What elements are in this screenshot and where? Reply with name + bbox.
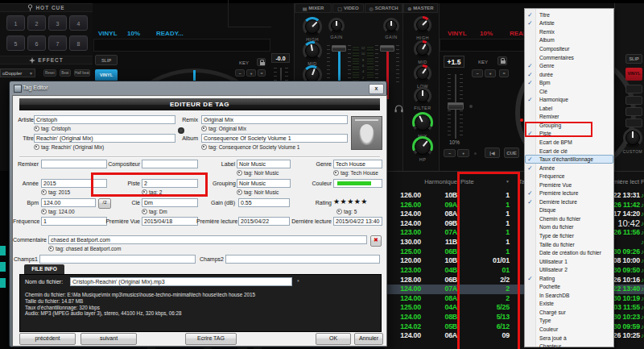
key-minus-button-right[interactable]: − bbox=[472, 69, 483, 77]
blank-pad-3[interactable] bbox=[625, 107, 642, 116]
album-field[interactable]: Consequence Of Society Volume 1 bbox=[201, 134, 348, 143]
rating-stars[interactable]: ★★★★★ bbox=[333, 197, 368, 206]
menu-item-disque[interactable]: Disque bbox=[525, 206, 613, 215]
key-plus-button-left[interactable]: + bbox=[246, 69, 256, 77]
tab-master[interactable]: ⊙MASTER bbox=[403, 3, 438, 13]
bpm-halve-button[interactable]: /2 bbox=[98, 198, 111, 209]
menu-item-dernière-lecture[interactable]: ✓Dernière lecture bbox=[525, 197, 613, 206]
gain-field[interactable]: 0.55 bbox=[238, 198, 290, 207]
menu-item-album[interactable]: Album bbox=[525, 36, 613, 45]
key-lock-button-right[interactable] bbox=[497, 56, 507, 65]
key-plus-button-right[interactable]: + bbox=[485, 69, 496, 77]
master-high-knob[interactable] bbox=[414, 16, 431, 34]
effect-beat-button[interactable]: Beat bbox=[60, 69, 71, 77]
vinyl-button-right[interactable]: VINYL bbox=[625, 68, 642, 81]
column-header-frequence[interactable]: Fréquence bbox=[641, 178, 644, 185]
commentaire-field[interactable]: chased at Beatport.com bbox=[48, 235, 367, 244]
menu-item-première-vue[interactable]: Première Vue bbox=[525, 181, 613, 189]
tag-radio[interactable] bbox=[237, 189, 242, 195]
file-info-tab[interactable]: FILE INFO bbox=[24, 264, 64, 274]
hot-cue-button-7[interactable]: 7 bbox=[48, 35, 67, 51]
key-reset-button-right[interactable]: = bbox=[499, 69, 509, 77]
derniere_lecture-field[interactable]: 2015/04/22 13:40 bbox=[333, 217, 382, 226]
hot-cue-button-3[interactable]: 3 bbox=[48, 15, 67, 31]
artiste-field[interactable]: Cristoph bbox=[34, 115, 175, 124]
menu-item-existe[interactable]: Existe bbox=[525, 300, 613, 309]
cancel-button[interactable]: Annuler bbox=[354, 333, 383, 345]
tag-radio[interactable] bbox=[34, 144, 39, 150]
tag-radio[interactable] bbox=[201, 126, 207, 131]
gain-knob-left[interactable] bbox=[328, 18, 345, 34]
menu-item-première-lecture[interactable]: ✓Première lecture bbox=[525, 189, 613, 197]
tag-radio[interactable] bbox=[34, 126, 39, 131]
effect-half-beat-button[interactable]: Half beat bbox=[74, 69, 90, 77]
key-minus-button-left[interactable]: − bbox=[235, 69, 245, 77]
mixer-mid-knob[interactable] bbox=[303, 41, 322, 60]
menu-item-remixer[interactable]: Remixer bbox=[525, 113, 613, 122]
pitch-plus-button[interactable]: + bbox=[457, 149, 469, 157]
menu-item-titre[interactable]: ✓Titre bbox=[525, 10, 613, 19]
tab-mixer[interactable]: ▤MIXER bbox=[295, 3, 332, 13]
menu-item-ecart-de-bpm[interactable]: Ecart de BPM bbox=[525, 138, 613, 147]
blank-pad-4[interactable] bbox=[625, 118, 642, 127]
tag-radio[interactable] bbox=[41, 209, 47, 214]
menu-item-type[interactable]: Type bbox=[525, 317, 613, 326]
menu-item-chanteur[interactable]: Chanteur bbox=[525, 342, 613, 349]
tag-radio[interactable] bbox=[336, 209, 342, 214]
menu-item-fréquence[interactable]: Fréquence bbox=[525, 172, 613, 181]
champs2-field[interactable] bbox=[225, 255, 380, 264]
tab-scratch[interactable]: ◎SCRATCH bbox=[365, 3, 402, 13]
menu-item-commentaires[interactable]: Commentaires bbox=[525, 53, 613, 62]
compositeur-field[interactable] bbox=[142, 160, 198, 168]
tag-radio[interactable] bbox=[41, 189, 47, 195]
hot-cue-button-5[interactable]: 5 bbox=[6, 35, 25, 51]
menu-item-in-searchdb[interactable]: In SearchDB bbox=[525, 291, 613, 300]
gain-knob-right[interactable] bbox=[383, 18, 399, 34]
cle-field[interactable]: Dm bbox=[142, 198, 198, 207]
master-mid-knob[interactable] bbox=[414, 40, 431, 58]
effect-selector[interactable]: oDoppler ▼ bbox=[0, 69, 35, 77]
remixer-field[interactable] bbox=[41, 160, 107, 168]
channel-fader-left-handle[interactable] bbox=[332, 45, 346, 52]
menu-item-utilisateur-1[interactable]: Utilisateur 1 bbox=[525, 257, 613, 266]
menu-item-compositeur[interactable]: Compositeur bbox=[525, 44, 613, 53]
hot-cue-button-4[interactable]: 4 bbox=[69, 15, 88, 31]
menu-item-sera-joué-à[interactable]: Sera joué à bbox=[525, 334, 613, 343]
menu-item-clé[interactable]: Clé bbox=[525, 87, 613, 96]
column-header-harmonique[interactable]: Harmonique bbox=[393, 178, 457, 185]
menu-item-taille-du-fichier[interactable]: Taille du fichier bbox=[525, 240, 613, 249]
blank-pad-2[interactable] bbox=[625, 96, 642, 105]
key-reset-button-left[interactable]: = bbox=[258, 69, 266, 77]
menu-item-pochette[interactable]: Pochette bbox=[525, 283, 613, 292]
menu-item-taux-d-échantillonnage[interactable]: ✓Taux d'échantillonnage bbox=[525, 155, 613, 164]
custom-knob[interactable] bbox=[623, 128, 642, 147]
menu-item-genre[interactable]: ✓Genre bbox=[525, 61, 613, 70]
clear-comment-button[interactable]: ✖ bbox=[370, 235, 382, 247]
menu-item-artiste[interactable]: ✓Artiste bbox=[525, 19, 613, 28]
titre-field[interactable]: Reachin' (Original Mix) bbox=[34, 134, 175, 143]
menu-item-remix[interactable]: Remix bbox=[525, 27, 613, 36]
previous-button[interactable]: précédent bbox=[19, 333, 76, 345]
menu-item-année[interactable]: ✓Année bbox=[525, 164, 613, 172]
menu-item-utilisateur-2[interactable]: Utilisateur 2 bbox=[525, 265, 613, 274]
hot-cue-button-8[interactable]: 8 bbox=[69, 35, 88, 51]
hot-cue-button-6[interactable]: 6 bbox=[27, 35, 46, 51]
genre-field[interactable]: Tech House bbox=[333, 160, 382, 168]
filename-field[interactable]: Cristoph-Reachin' (Original Mix).mp3 bbox=[70, 277, 292, 286]
tab-video[interactable]: ▢VIDEO bbox=[332, 3, 364, 13]
hot-cue-button-1[interactable]: 1 bbox=[6, 15, 25, 31]
skip-start-button[interactable]: |◀ bbox=[485, 147, 500, 158]
menu-item-harmonique[interactable]: ✓Harmonique bbox=[525, 95, 613, 104]
ok-button[interactable]: OK bbox=[316, 333, 351, 345]
vinyl-button-left[interactable]: VINYL bbox=[95, 69, 118, 81]
key-lock-button-left[interactable] bbox=[257, 58, 266, 66]
menu-item-rating[interactable]: ✓Rating bbox=[525, 274, 613, 283]
frequence-field[interactable]: 1 bbox=[41, 217, 107, 226]
menu-item-type-de-fichier[interactable]: Type de fichier bbox=[525, 231, 613, 240]
write-tag-button[interactable]: Ecrire TAG bbox=[185, 333, 237, 345]
tag-radio[interactable] bbox=[237, 170, 242, 176]
premiere_vue-field[interactable]: 2015/04/18 bbox=[142, 217, 198, 226]
channel-fader-right-handle[interactable] bbox=[380, 45, 394, 52]
close-button[interactable]: x bbox=[369, 84, 384, 94]
menu-item-chargé-sur[interactable]: Chargé sur bbox=[525, 308, 613, 317]
